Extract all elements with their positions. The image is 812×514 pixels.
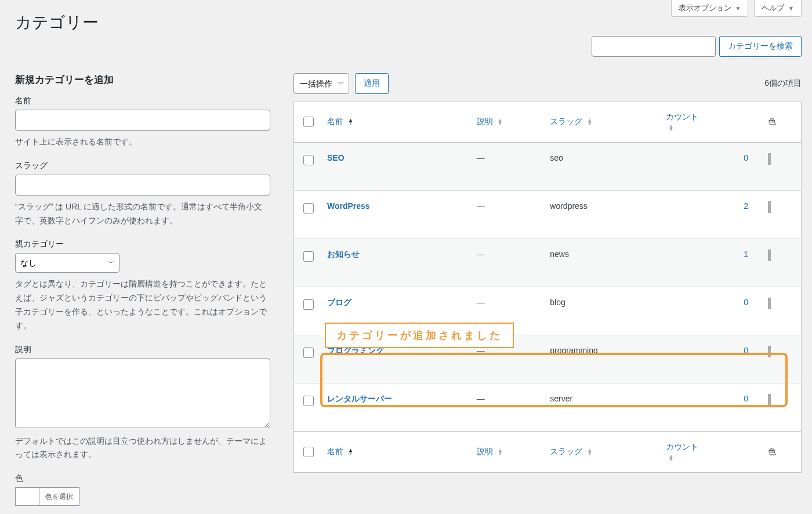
bulk-action-select[interactable]: 一括操作 [293,73,349,94]
parent-field-desc: タグとは異なり、カテゴリーは階層構造を持つことができます。たとえば、ジャズという… [15,277,270,332]
add-category-heading: 新規カテゴリーを追加 [15,73,270,86]
add-category-form: 新規カテゴリーを追加 名前 サイト上に表示される名前です。 スラッグ “スラッグ… [15,73,270,508]
sort-icon: ▲▼ [587,118,592,125]
name-field-desc: サイト上に表示される名前です。 [15,135,270,149]
category-name-link[interactable]: レンタルサーバー [327,394,392,403]
table-row: SEO—seo0 [294,143,802,191]
category-count-link[interactable]: 0 [666,394,748,403]
help-label: ヘルプ [762,3,784,12]
choose-color-button[interactable]: 色を選択 [39,487,79,506]
category-count-link[interactable]: 0 [666,153,748,162]
category-list-panel: 一括操作 ﹀ 適用 6個の項目 名前 ▲▼ 説明 ▲▼ [293,73,802,473]
category-color-swatch [768,298,771,309]
help-button[interactable]: ヘルプ ▼ [754,0,802,17]
col-slug-footer[interactable]: スラッグ ▲▼ [544,432,660,473]
category-desc: — [471,143,545,191]
col-name-header[interactable]: 名前 ▲▼ [321,102,471,143]
desc-field-label: 説明 [15,345,270,355]
desc-field[interactable] [15,359,270,428]
color-field-label: 色 [15,473,270,484]
category-name-link[interactable]: WordPress [327,201,370,211]
table-row: お知らせ—news1 [294,239,802,287]
row-checkbox[interactable] [303,299,314,310]
name-field-label: 名前 [15,96,270,106]
category-count-link[interactable]: 1 [666,249,748,259]
parent-select[interactable]: なし [15,253,119,273]
col-color-header: 色 [762,102,801,143]
sort-icon: ▲▼ [498,118,503,125]
category-table: 名前 ▲▼ 説明 ▲▼ スラッグ ▲▼ カウント ▲▼ 色 [293,101,802,473]
category-desc: — [471,191,545,239]
row-checkbox[interactable] [303,348,314,358]
category-slug: blog [544,287,660,335]
category-count-link[interactable]: 0 [666,346,748,355]
row-checkbox[interactable] [303,203,314,213]
col-count-header[interactable]: カウント ▲▼ [660,102,762,143]
category-name-link[interactable]: お知らせ [327,249,360,259]
category-name-link[interactable]: ブログ [327,298,351,307]
category-desc: — [471,239,545,287]
chevron-down-icon: ▼ [788,5,794,12]
sort-icon: ▲▼ [498,448,503,455]
slug-field-desc: “スラッグ” は URL に適した形式の名前です。通常はすべて半角小文字で、英数… [15,200,270,228]
col-slug-header[interactable]: スラッグ ▲▼ [544,102,660,143]
category-slug: wordpress [544,191,660,239]
col-desc-footer[interactable]: 説明 ▲▼ [471,432,545,473]
slug-field-label: スラッグ [15,161,270,171]
chevron-down-icon: ▼ [735,5,741,12]
sort-icon: ▲▼ [587,448,592,455]
table-row: レンタルサーバー—server0 [294,383,802,432]
col-desc-header[interactable]: 説明 ▲▼ [471,102,545,143]
col-name-footer[interactable]: 名前 ▲▼ [321,432,471,473]
slug-field[interactable] [15,175,270,196]
screen-options-button[interactable]: 表示オプション ▼ [671,0,749,17]
table-row: WordPress—wordpress2 [294,191,802,239]
sort-icon: ▲▼ [348,448,353,455]
category-name-link[interactable]: SEO [327,153,345,162]
category-slug: programming [544,335,660,383]
category-slug: server [544,383,660,432]
category-desc: — [471,383,545,432]
category-color-swatch [768,201,771,213]
apply-button[interactable]: 適用 [355,73,389,94]
parent-field-label: 親カテゴリー [15,239,270,249]
item-count: 6個の項目 [764,78,802,89]
category-slug: seo [544,143,660,191]
color-swatch[interactable] [15,487,39,506]
category-count-link[interactable]: 2 [666,201,748,211]
desc-field-desc: デフォルトではこの説明は目立つ使われ方はしませんが、テーマによっては表示されます… [15,435,270,462]
row-checkbox[interactable] [303,155,314,165]
col-color-footer: 色 [762,432,801,473]
annotation-label: カテゴリーが追加されました [325,323,514,348]
select-all-footer-checkbox[interactable] [303,447,314,457]
screen-options-label: 表示オプション [679,3,731,12]
category-color-swatch [768,249,771,261]
row-checkbox[interactable] [303,251,314,262]
row-checkbox[interactable] [303,396,314,406]
search-categories-button[interactable]: カテゴリーを検索 [719,36,802,57]
category-count-link[interactable]: 0 [666,298,748,307]
select-all-checkbox[interactable] [303,117,314,127]
sort-icon: ▲▼ [668,454,673,461]
search-input[interactable] [592,36,716,57]
name-field[interactable] [15,110,270,131]
sort-icon: ▲▼ [668,124,673,131]
category-color-swatch [768,153,771,165]
sort-icon: ▲▼ [348,118,353,125]
col-count-footer[interactable]: カウント ▲▼ [660,432,762,473]
category-slug: news [544,239,660,287]
category-color-swatch [768,394,771,406]
category-color-swatch [768,346,771,357]
